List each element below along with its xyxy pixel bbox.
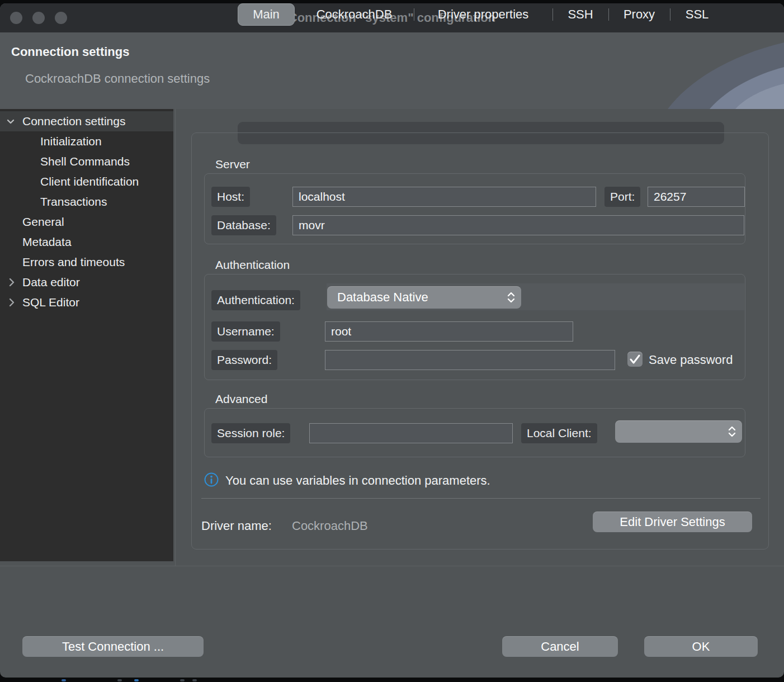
test-connection-button[interactable]: Test Connection ... [22, 636, 204, 657]
database-label: Database: [211, 215, 276, 235]
tab-ssh[interactable]: SSH [552, 3, 608, 26]
server-group-title: Server [215, 158, 250, 171]
tree-item-label: Errors and timeouts [22, 252, 125, 272]
local-client-label: Local Client: [521, 423, 597, 443]
dock-dot [117, 679, 122, 681]
select-arrows-icon [507, 291, 516, 304]
tab-separator [552, 8, 553, 21]
authentication-selected-value: Database Native [337, 290, 428, 304]
authentication-group-title: Authentication [215, 258, 290, 272]
page-title: Connection settings [11, 45, 129, 59]
info-icon [204, 472, 219, 487]
tab-cockroachdb[interactable]: CockroachDB [295, 3, 414, 26]
session-role-label: Session role: [211, 423, 290, 443]
tree-item-label: Data editor [22, 272, 80, 292]
tree-item-label: Shell Commands [40, 151, 130, 172]
driver-name-value: CockroachDB [292, 519, 368, 533]
session-role-input[interactable] [309, 423, 513, 443]
tab-driver-properties[interactable]: Driver properties [414, 3, 552, 26]
tree-item-connection-settings[interactable]: Connection settings [0, 111, 173, 131]
username-label: Username: [211, 321, 280, 342]
dock-dot [192, 679, 197, 681]
tab-ssl[interactable]: SSL [670, 3, 724, 26]
host-label: Host: [211, 187, 250, 207]
dock-dot [134, 679, 139, 681]
tree-item-general[interactable]: General [0, 212, 173, 232]
tree-item-label: Client identification [40, 172, 139, 192]
tab-separator [670, 8, 670, 21]
tree-item-label: Initialization [40, 131, 102, 151]
port-input[interactable] [648, 187, 745, 207]
tree-item-transactions[interactable]: Transactions [0, 192, 173, 212]
chevron-right-icon[interactable] [6, 276, 18, 288]
database-input[interactable] [292, 215, 744, 235]
local-client-select[interactable] [615, 420, 742, 443]
authentication-label: Authentication: [211, 290, 300, 310]
chevron-down-icon[interactable] [4, 115, 17, 127]
decorative-swoosh [639, 32, 784, 109]
tree-item-shell-commands[interactable]: Shell Commands [0, 151, 173, 172]
authentication-select[interactable]: Database Native [327, 286, 521, 309]
cancel-button[interactable]: Cancel [502, 636, 618, 657]
page-subtitle: CockroachDB connection settings [25, 72, 210, 86]
check-icon [627, 352, 643, 367]
dock-dot [62, 679, 66, 681]
tree-item-errors-and-timeouts[interactable]: Errors and timeouts [0, 252, 173, 272]
driver-divider [201, 498, 761, 499]
dialog-header: Connection settings CockroachDB connecti… [0, 32, 784, 109]
chevron-right-icon[interactable] [6, 296, 18, 309]
info-message: You can use variables in connection para… [225, 473, 490, 488]
tree-item-label: Connection settings [22, 111, 125, 131]
footer-divider [0, 566, 784, 566]
password-input[interactable] [325, 350, 615, 370]
tab-separator [414, 8, 414, 21]
tab-separator [608, 8, 609, 21]
tab-proxy[interactable]: Proxy [608, 3, 670, 26]
connection-dialog-window: Connection "system" configuration Connec… [0, 3, 784, 678]
save-password-checkbox[interactable] [627, 352, 643, 367]
tree-item-sql-editor[interactable]: SQL Editor [0, 292, 173, 312]
tree-item-label: Transactions [40, 192, 107, 212]
desktop-dock-peek [0, 679, 784, 682]
password-label: Password: [211, 350, 277, 370]
tree-item-initialization[interactable]: Initialization [0, 131, 173, 151]
tree-item-data-editor[interactable]: Data editor [0, 272, 173, 292]
driver-name-label: Driver name: [201, 519, 272, 533]
advanced-group-title: Advanced [215, 392, 267, 406]
tree-item-metadata[interactable]: Metadata [0, 232, 173, 252]
tree-item-label: SQL Editor [22, 292, 79, 312]
port-label: Port: [604, 187, 640, 207]
tree-item-label: Metadata [22, 232, 72, 252]
select-arrows-icon [728, 425, 736, 438]
sidebar-splitter[interactable] [175, 109, 176, 566]
save-password-label: Save password [649, 350, 745, 370]
tab-main[interactable]: Main [238, 3, 295, 26]
tree-item-label: General [22, 212, 64, 232]
dock-dot [180, 679, 185, 681]
ok-button[interactable]: OK [644, 636, 758, 657]
edit-driver-settings-button[interactable]: Edit Driver Settings [593, 512, 752, 532]
tree-item-client-identification[interactable]: Client identification [0, 172, 173, 192]
username-input[interactable] [325, 321, 573, 342]
host-input[interactable] [292, 187, 596, 207]
settings-tree: Connection settings Initialization Shell… [0, 109, 173, 561]
